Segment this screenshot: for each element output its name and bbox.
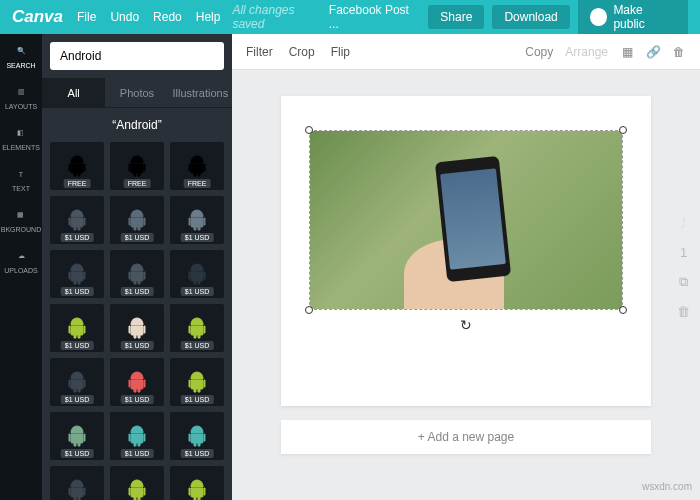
- panel-tabs: AllPhotosIllustrations: [42, 78, 232, 108]
- search-input[interactable]: [50, 42, 224, 70]
- price-badge: $1 USD: [61, 395, 94, 404]
- price-badge: $1 USD: [181, 287, 214, 296]
- share-button[interactable]: Share: [428, 5, 484, 29]
- crop-button[interactable]: Crop: [289, 45, 315, 59]
- result-tile[interactable]: $1 USD: [50, 358, 104, 406]
- android-icon: [125, 424, 149, 448]
- result-tile[interactable]: $1 USD: [170, 304, 224, 352]
- result-tile[interactable]: $1 USD: [50, 304, 104, 352]
- android-icon: [125, 262, 149, 286]
- android-icon: [65, 262, 89, 286]
- results-title: “Android”: [42, 108, 232, 142]
- resize-handle-br[interactable]: [619, 306, 627, 314]
- result-tile[interactable]: $1 USD: [110, 466, 164, 500]
- canvas-area: Filter Crop Flip Copy Arrange ▦ 🔗 🗑: [232, 34, 700, 500]
- arrange-button[interactable]: Arrange: [565, 45, 608, 59]
- rail-text[interactable]: TTEXT: [12, 165, 30, 192]
- page-up-icon[interactable]: ⤴: [680, 216, 687, 231]
- result-tile[interactable]: $1 USD: [50, 412, 104, 460]
- save-status: All changes saved: [232, 3, 328, 31]
- android-icon: [185, 154, 209, 178]
- price-badge: $1 USD: [181, 233, 214, 242]
- background-icon: ▦: [12, 206, 30, 224]
- result-tile[interactable]: $1 USD: [110, 358, 164, 406]
- filter-button[interactable]: Filter: [246, 45, 273, 59]
- result-tile[interactable]: $1 USD: [170, 250, 224, 298]
- image-content: [310, 131, 622, 309]
- resize-handle-tl[interactable]: [305, 126, 313, 134]
- result-tile[interactable]: $1 USD: [170, 466, 224, 500]
- android-icon: [65, 478, 89, 500]
- link-icon[interactable]: 🔗: [646, 45, 660, 59]
- android-icon: [125, 208, 149, 232]
- download-button[interactable]: Download: [492, 5, 569, 29]
- rail-background[interactable]: ▦BKGROUND: [1, 206, 41, 233]
- price-badge: $1 USD: [61, 233, 94, 242]
- price-badge: $1 USD: [61, 449, 94, 458]
- result-tile[interactable]: $1 USD: [170, 358, 224, 406]
- trash-icon[interactable]: 🗑: [672, 45, 686, 59]
- android-icon: [185, 370, 209, 394]
- stage[interactable]: ↻ + Add a new page: [232, 70, 700, 500]
- duplicate-page-icon[interactable]: ⧉: [679, 274, 688, 290]
- layouts-icon: ▥: [12, 83, 30, 101]
- price-badge: $1 USD: [121, 233, 154, 242]
- add-page-button[interactable]: + Add a new page: [281, 420, 651, 454]
- price-badge: $1 USD: [181, 341, 214, 350]
- tab-illustrations[interactable]: Illustrations: [169, 78, 232, 107]
- rotate-handle[interactable]: ↻: [460, 317, 472, 333]
- results-grid[interactable]: FREEFREEFREE$1 USD$1 USD$1 USD$1 USD$1 U…: [42, 142, 232, 500]
- android-icon: [185, 262, 209, 286]
- menu-help[interactable]: Help: [196, 10, 221, 24]
- price-badge: FREE: [184, 179, 211, 188]
- price-badge: $1 USD: [121, 287, 154, 296]
- menu-undo[interactable]: Undo: [110, 10, 139, 24]
- result-tile[interactable]: $1 USD: [50, 466, 104, 500]
- android-icon: [185, 424, 209, 448]
- result-tile[interactable]: $1 USD: [170, 412, 224, 460]
- result-tile[interactable]: $1 USD: [50, 250, 104, 298]
- result-tile[interactable]: $1 USD: [110, 250, 164, 298]
- price-badge: FREE: [64, 179, 91, 188]
- rail-elements[interactable]: ◧ELEMENTS: [2, 124, 40, 151]
- make-public-button[interactable]: Make public: [578, 0, 688, 36]
- result-tile[interactable]: $1 USD: [110, 196, 164, 244]
- tab-all[interactable]: All: [42, 78, 105, 107]
- menu-redo[interactable]: Redo: [153, 10, 182, 24]
- android-icon: [65, 424, 89, 448]
- result-tile[interactable]: $1 USD: [170, 196, 224, 244]
- android-icon: [125, 370, 149, 394]
- selected-image[interactable]: ↻: [309, 130, 623, 310]
- canvas-page[interactable]: ↻: [281, 96, 651, 406]
- uploads-icon: ☁: [12, 247, 30, 265]
- canvas-toolbar: Filter Crop Flip Copy Arrange ▦ 🔗 🗑: [232, 34, 700, 70]
- side-rail: 🔍SEARCH▥LAYOUTS◧ELEMENTSTTEXT▦BKGROUND☁U…: [0, 34, 42, 500]
- result-tile[interactable]: FREE: [170, 142, 224, 190]
- flip-button[interactable]: Flip: [331, 45, 350, 59]
- resize-handle-bl[interactable]: [305, 306, 313, 314]
- copy-button[interactable]: Copy: [525, 45, 553, 59]
- text-icon: T: [12, 165, 30, 183]
- android-icon: [125, 478, 149, 500]
- rail-search[interactable]: 🔍SEARCH: [6, 42, 35, 69]
- elements-icon: ◧: [12, 124, 30, 142]
- result-tile[interactable]: $1 USD: [110, 412, 164, 460]
- tab-photos[interactable]: Photos: [105, 78, 168, 107]
- delete-page-icon[interactable]: 🗑: [677, 304, 690, 319]
- price-badge: FREE: [124, 179, 151, 188]
- menu-file[interactable]: File: [77, 10, 96, 24]
- android-icon: [65, 316, 89, 340]
- rail-uploads[interactable]: ☁UPLOADS: [4, 247, 37, 274]
- android-icon: [125, 316, 149, 340]
- transparency-icon[interactable]: ▦: [620, 45, 634, 59]
- price-badge: $1 USD: [61, 287, 94, 296]
- make-public-label: Make public: [613, 3, 676, 31]
- resize-handle-tr[interactable]: [619, 126, 627, 134]
- result-tile[interactable]: $1 USD: [50, 196, 104, 244]
- result-tile[interactable]: FREE: [110, 142, 164, 190]
- document-title[interactable]: Facebook Post ...: [329, 3, 421, 31]
- page-controls: ⤴ 1 ⧉ 🗑: [677, 216, 690, 319]
- result-tile[interactable]: $1 USD: [110, 304, 164, 352]
- rail-layouts[interactable]: ▥LAYOUTS: [5, 83, 37, 110]
- result-tile[interactable]: FREE: [50, 142, 104, 190]
